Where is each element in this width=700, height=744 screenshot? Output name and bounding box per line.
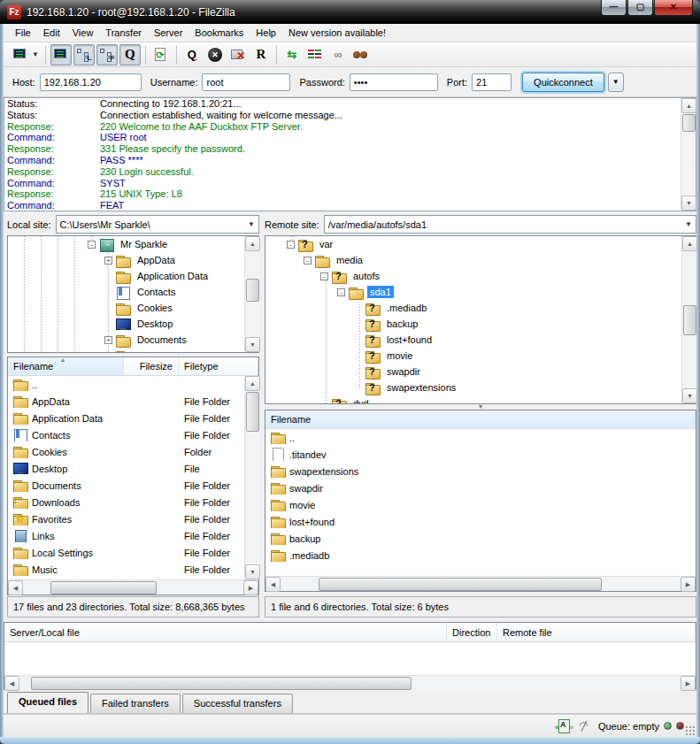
tab-successful-transfers[interactable]: Successful transfers (182, 694, 293, 713)
remote-list-hscroll-thumb[interactable] (319, 578, 602, 591)
collapse-toggle[interactable]: - (304, 257, 312, 265)
tree-item-mediadb[interactable]: ?.mediadb (265, 300, 696, 316)
collapse-toggle[interactable]: - (337, 288, 345, 296)
menu-item-help[interactable]: Help (250, 26, 282, 40)
expand-toggle[interactable]: + (104, 352, 112, 354)
toggle-local-tree-icon[interactable]: L (73, 44, 95, 65)
expand-toggle[interactable]: + (104, 257, 112, 265)
tree-item-documents[interactable]: +Documents (8, 332, 258, 348)
transfer-type-icon[interactable]: «» (556, 719, 572, 733)
cancel-icon[interactable]: ✕ (204, 44, 226, 65)
maximize-button[interactable]: ▢ (627, 0, 653, 16)
scroll-down-arrow[interactable]: ▼ (681, 196, 696, 211)
scroll-left-arrow[interactable]: ◀ (265, 577, 281, 592)
local-list-horizontal-scrollbar[interactable]: ◀ ▶ (8, 579, 258, 594)
resize-grip[interactable] (685, 725, 696, 736)
queue-horizontal-scrollbar[interactable]: ◀ ▶ (4, 675, 696, 690)
remote-tree-scroll-thumb[interactable] (683, 305, 696, 335)
close-button[interactable]: ✕ (654, 0, 693, 16)
title-bar[interactable]: Fz 192.168.1.20 - root@192.168.1.20 - Fi… (0, 0, 700, 24)
file-row-desktop[interactable]: DesktopFile (8, 460, 258, 477)
find-files-icon[interactable] (350, 44, 372, 65)
tree-item-desktop[interactable]: Desktop (8, 316, 258, 332)
local-tree-scroll-thumb[interactable] (246, 279, 259, 302)
tab-queued-files[interactable]: Queued files (7, 692, 88, 713)
column-header-filetype[interactable]: Filetype (179, 357, 258, 375)
file-row-appdata[interactable]: AppDataFile Folder (8, 393, 258, 410)
scroll-down-arrow[interactable]: ▼ (682, 388, 697, 403)
quickconnect-dropdown-button[interactable]: ▼ (608, 73, 624, 92)
file-row-documents[interactable]: DocumentsFile Folder (8, 477, 258, 494)
scroll-right-arrow[interactable]: ▶ (243, 580, 258, 595)
tree-item-mr-sparkle[interactable]: -☺Mr Sparkle (8, 236, 258, 252)
file-row-cookies[interactable]: CookiesFolder (8, 443, 258, 460)
file-row-application-data[interactable]: Application DataFile Folder (8, 410, 258, 426)
speed-limits-icon[interactable] (577, 719, 593, 733)
host-input[interactable] (40, 73, 142, 91)
file-row-backup[interactable]: backup (265, 530, 696, 547)
local-file-list[interactable]: ▲FilenameFilesizeFiletype ..AppDataFile … (7, 357, 259, 595)
file-row-swapdir[interactable]: swapdir (265, 479, 696, 496)
password-input[interactable] (350, 73, 438, 91)
chevron-down-icon[interactable]: ▼ (248, 220, 255, 228)
remote-tree-vertical-scrollbar[interactable]: ▲ ▼ (681, 236, 696, 403)
tab-failed-transfers[interactable]: Failed transfers (90, 694, 181, 713)
local-list-hscroll-thumb[interactable] (50, 581, 157, 594)
toggle-remote-tree-icon[interactable]: F (96, 44, 118, 65)
remote-list-horizontal-scrollbar[interactable]: ◀ ▶ (265, 576, 696, 591)
reconnect-icon[interactable]: R (250, 44, 272, 65)
scroll-left-arrow[interactable]: ◀ (8, 580, 23, 595)
file-row-item[interactable]: .. (8, 376, 258, 393)
disconnect-icon[interactable]: ✕ (227, 44, 249, 65)
local-site-combobox[interactable]: C:\Users\Mr Sparkle\ ▼ (56, 215, 259, 234)
username-input[interactable] (202, 73, 290, 91)
menu-item-view[interactable]: View (66, 26, 100, 40)
tree-item-backup[interactable]: ?backup (265, 316, 696, 332)
queue-column-remote-file[interactable]: Remote file (497, 623, 696, 641)
file-row-links[interactable]: LinksFile Folder (8, 527, 258, 544)
tree-item-cookies[interactable]: Cookies (8, 300, 258, 316)
file-row-swapextensions[interactable]: swapextensions (265, 463, 696, 479)
port-input[interactable] (472, 73, 512, 91)
scroll-down-arrow[interactable]: ▼ (245, 337, 260, 352)
expand-toggle[interactable]: + (104, 336, 112, 344)
column-header-filename[interactable]: ▲Filename (8, 357, 124, 375)
tree-item-swapdir[interactable]: ?swapdir (265, 364, 696, 380)
process-queue-icon[interactable]: Q→ (181, 44, 203, 65)
log-scroll-thumb[interactable] (682, 114, 696, 132)
scroll-up-arrow[interactable]: ▲ (682, 236, 697, 251)
tree-item-swapextensions[interactable]: ?swapextensions (265, 380, 696, 395)
message-log[interactable]: Status:Connecting to 192.168.1.20:21...S… (4, 97, 696, 211)
log-vertical-scrollbar[interactable]: ▲ ▼ (681, 98, 696, 211)
tree-item-lost-found[interactable]: ?lost+found (265, 332, 696, 348)
tree-item-autofs[interactable]: -?autofs (265, 268, 696, 284)
collapse-toggle[interactable]: - (287, 241, 295, 249)
directory-listing-icon[interactable] (304, 44, 326, 65)
column-header-filesize[interactable]: Filesize (124, 357, 179, 375)
column-header-filename[interactable]: Filename (265, 410, 696, 428)
tree-item-var[interactable]: -?var (265, 236, 696, 252)
remote-directory-tree[interactable]: -?var-media-?autofs-sda1?.mediadb?backup… (265, 235, 696, 404)
tree-item-media[interactable]: -media (265, 252, 696, 268)
file-row-favorites[interactable]: ★FavoritesFile Folder (8, 510, 258, 527)
tree-item-contacts[interactable]: Contacts (8, 284, 258, 300)
queue-hscroll-thumb[interactable] (31, 677, 412, 690)
file-row-lost-found[interactable]: lost+found (265, 513, 696, 530)
directory-comparison-icon[interactable]: ⇆ (281, 44, 303, 65)
tree-item-sda1[interactable]: -sda1 (265, 284, 696, 300)
tree-item-movie[interactable]: ?movie (265, 348, 696, 364)
menu-item-server[interactable]: Server (148, 26, 188, 40)
synchronized-browsing-icon[interactable]: ∞ (327, 44, 349, 65)
site-manager-dropdown-arrow[interactable]: ▼ (32, 50, 39, 58)
scroll-right-arrow[interactable]: ▶ (681, 676, 696, 691)
tree-item-application-data[interactable]: Application Data (8, 268, 258, 284)
toggle-message-log-icon[interactable] (50, 44, 72, 65)
queue-column-direction[interactable]: Direction (447, 623, 497, 641)
scroll-up-arrow[interactable]: ▲ (681, 98, 696, 113)
file-row-movie[interactable]: movie (265, 496, 696, 513)
scroll-right-arrow[interactable]: ▶ (681, 577, 696, 592)
local-directory-tree[interactable]: -☺Mr Sparkle+AppDataApplication DataCont… (7, 235, 259, 353)
tree-item-downloads[interactable]: +↓Downloads (8, 348, 258, 353)
queue-column-server-local-file[interactable]: Server/Local file (4, 623, 447, 641)
scroll-up-arrow[interactable]: ▲ (245, 236, 260, 251)
